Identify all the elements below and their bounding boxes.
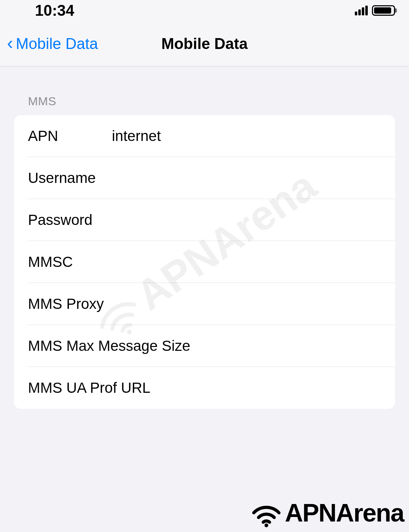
chevron-left-icon: ‹ (7, 33, 13, 54)
mms-max-size-row[interactable]: MMS Max Message Size (14, 325, 395, 367)
back-label: Mobile Data (16, 35, 98, 52)
mms-ua-prof-input[interactable] (196, 380, 381, 396)
mms-max-size-input[interactable] (196, 338, 381, 354)
content: MMS APN Username Password MMSC MMS Proxy… (0, 66, 409, 409)
status-right (355, 5, 395, 16)
watermark-bottom: APNArena (251, 497, 404, 529)
password-label: Password (28, 212, 112, 228)
mms-ua-prof-label: MMS UA Prof URL (28, 380, 196, 396)
apn-label: APN (28, 128, 112, 144)
username-row[interactable]: Username (14, 157, 395, 199)
apn-row[interactable]: APN (14, 115, 395, 157)
back-button[interactable]: ‹ Mobile Data (0, 34, 98, 54)
mms-max-size-label: MMS Max Message Size (28, 338, 196, 354)
mms-proxy-row[interactable]: MMS Proxy (14, 283, 395, 325)
apn-input[interactable] (112, 128, 381, 144)
mmsc-label: MMSC (28, 254, 112, 270)
mmsc-row[interactable]: MMSC (14, 241, 395, 283)
mmsc-input[interactable] (112, 254, 381, 270)
mms-settings-group: APN Username Password MMSC MMS Proxy MMS… (14, 115, 395, 409)
mms-ua-prof-row[interactable]: MMS UA Prof URL (14, 367, 395, 409)
page-title: Mobile Data (162, 35, 248, 52)
wifi-icon (251, 497, 282, 529)
username-input[interactable] (112, 170, 381, 186)
mms-proxy-input[interactable] (196, 296, 381, 312)
section-header-mms: MMS (14, 66, 395, 115)
cellular-signal-icon (355, 6, 368, 15)
password-input[interactable] (112, 212, 381, 228)
status-time: 10:34 (35, 2, 74, 19)
battery-icon (372, 5, 395, 16)
password-row[interactable]: Password (14, 199, 395, 241)
navigation-bar: ‹ Mobile Data Mobile Data (0, 21, 409, 66)
username-label: Username (28, 170, 112, 186)
watermark-text: APNArena (285, 498, 404, 527)
svg-point-1 (264, 524, 268, 527)
mms-proxy-label: MMS Proxy (28, 296, 196, 312)
status-bar: 10:34 (0, 0, 409, 21)
